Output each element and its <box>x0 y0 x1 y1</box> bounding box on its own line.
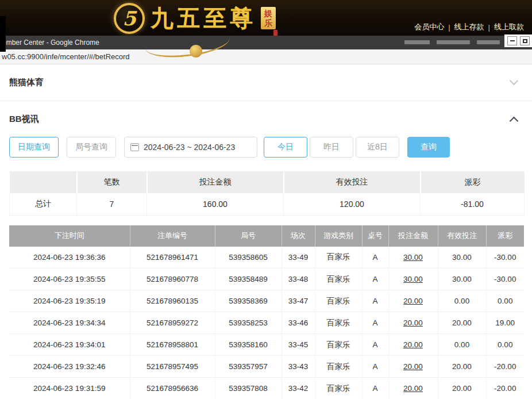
cell-payout: 0.00 <box>486 334 524 356</box>
yesterday-button[interactable]: 昨日 <box>310 137 353 158</box>
bet-record-table: 下注时间 注单编号 局号 场次 游戏类别 桌号 投注金额 有效投注 派彩 202… <box>9 225 524 399</box>
cell-payout: 19.00 <box>486 312 524 334</box>
chevron-down-icon[interactable] <box>510 76 519 86</box>
header-order-id: 注单编号 <box>130 225 215 247</box>
window-title: ember Center - Google Chrome <box>0 39 99 47</box>
summary-count-value: 7 <box>77 193 147 215</box>
cell-table_no: A <box>362 312 388 334</box>
header-bet-amount: 投注金额 <box>388 225 438 247</box>
cell-round: 539357808 <box>215 378 282 399</box>
cell-order: 521678961471 <box>130 247 215 268</box>
bet-table-body: 2024-06-23 19:36:36521678961471539358605… <box>9 247 524 399</box>
last-8-days-button[interactable]: 近8日 <box>356 137 399 158</box>
header-payout: 派彩 <box>486 225 524 247</box>
cell-table_no: A <box>362 356 388 378</box>
cell-bet[interactable]: 20.00 <box>388 290 438 312</box>
summary-header-valid: 有效投注 <box>284 171 421 193</box>
panda-sports-title: 熊猫体育 <box>9 77 44 88</box>
bet-table-header-row: 下注时间 注单编号 局号 场次 游戏类别 桌号 投注金额 有效投注 派彩 <box>9 225 524 247</box>
obscured-banner-text <box>404 40 500 44</box>
cell-round: 539358605 <box>215 247 282 268</box>
cell-time: 2024-06-23 19:31:59 <box>9 378 130 399</box>
date-query-button[interactable]: 日期查询 <box>9 137 59 158</box>
section-panda-sports[interactable]: 熊猫体育 <box>0 64 532 101</box>
cell-time: 2024-06-23 19:34:01 <box>9 334 130 356</box>
date-range-input[interactable]: 2024-06-23 ~ 2024-06-23 <box>124 137 257 158</box>
link-separator: | <box>448 23 450 32</box>
cell-session: 33-48 <box>282 268 315 290</box>
cell-valid: 0.00 <box>438 334 486 356</box>
table-row: 2024-06-23 19:34:34521678959272539358253… <box>9 312 524 334</box>
filter-toolbar: 日期查询 局号查询 2024-06-23 ~ 2024-06-23 今日 昨日 … <box>0 137 532 158</box>
chevron-up-icon[interactable] <box>510 116 519 125</box>
calendar-icon <box>130 143 139 151</box>
cell-order: 521678960778 <box>130 268 215 290</box>
window-controls <box>504 34 532 47</box>
cell-game: 百家乐 <box>315 268 362 290</box>
cell-round: 539358489 <box>215 268 282 290</box>
cell-payout: 0.00 <box>486 290 524 312</box>
section-bb-video[interactable]: BB视讯 <box>0 101 532 137</box>
summary-header-row: 笔数 投注金额 有效投注 派彩 <box>10 171 525 193</box>
search-button[interactable]: 查询 <box>407 137 450 158</box>
cell-session: 33-49 <box>282 247 315 268</box>
cell-round: 539358369 <box>215 290 282 312</box>
banner-nav: 会员中心 | 线上存款 | 线上取款 <box>414 22 524 32</box>
cell-table_no: A <box>362 290 388 312</box>
member-center-link[interactable]: 会员中心 <box>414 22 444 32</box>
cell-valid: 30.00 <box>438 268 486 290</box>
cell-session: 33-46 <box>282 312 315 334</box>
summary-valid-value: 120.00 <box>284 193 421 215</box>
cell-round: 539358160 <box>215 334 282 356</box>
maximize-button[interactable] <box>520 36 530 45</box>
cell-valid: 0.00 <box>438 290 486 312</box>
cell-bet[interactable]: 20.00 <box>388 334 438 356</box>
header-table-no: 桌号 <box>362 225 388 247</box>
cell-table_no: A <box>362 268 388 290</box>
link-separator: | <box>488 23 490 32</box>
cell-time: 2024-06-23 19:35:19 <box>9 290 130 312</box>
cell-session: 33-42 <box>282 378 315 399</box>
cell-bet[interactable]: 30.00 <box>388 247 438 268</box>
left-edge-strip <box>0 16 6 52</box>
header-session: 场次 <box>282 225 315 247</box>
cell-order: 521678960135 <box>130 290 215 312</box>
cell-game: 百家乐 <box>315 334 362 356</box>
online-deposit-link[interactable]: 线上存款 <box>454 22 484 32</box>
url-text: w05.cc:9900/infe/mcenter/#/betRecord <box>0 52 130 61</box>
cell-payout: -20.00 <box>486 356 524 378</box>
summary-header-payout: 派彩 <box>421 171 525 193</box>
table-row: 2024-06-23 19:35:19521678960135539358369… <box>9 290 524 312</box>
today-button[interactable]: 今日 <box>264 137 307 158</box>
table-row: 2024-06-23 19:34:01521678958801539358160… <box>9 334 524 356</box>
summary-header-bet: 投注金额 <box>147 171 284 193</box>
cell-session: 33-45 <box>282 334 315 356</box>
chrome-urlbar[interactable]: w05.cc:9900/infe/mcenter/#/betRecord <box>0 49 532 64</box>
summary-payout-value: -81.00 <box>421 193 525 215</box>
bb-video-title: BB视讯 <box>9 114 39 125</box>
minimize-button[interactable] <box>507 36 517 45</box>
summary-total-row: 总计 7 160.00 120.00 -81.00 <box>10 193 525 215</box>
bet-record-page: 熊猫体育 BB视讯 日期查询 局号查询 2024-06-23 ~ 2024-06… <box>0 64 532 399</box>
summary-total-label: 总计 <box>10 193 77 215</box>
cell-time: 2024-06-23 19:36:36 <box>9 247 130 268</box>
round-query-button[interactable]: 局号查询 <box>67 137 116 158</box>
cell-bet[interactable]: 30.00 <box>388 268 438 290</box>
cell-order: 521678958801 <box>130 334 215 356</box>
summary-bet-value: 160.00 <box>147 193 284 215</box>
cell-game: 百家乐 <box>315 290 362 312</box>
cell-bet[interactable]: 20.00 <box>388 356 438 378</box>
cell-order: 521678959272 <box>130 312 215 334</box>
minimize-icon <box>510 40 515 41</box>
screen: 5 九五至尊 娱乐 会员中心 | 线上存款 | 线上取款 ember Cente… <box>0 0 532 399</box>
table-row: 2024-06-23 19:35:55521678960778539358489… <box>9 268 524 290</box>
online-withdrawal-link[interactable]: 线上取款 <box>494 22 524 32</box>
site-logo: 5 九五至尊 娱乐 <box>114 2 276 34</box>
cell-bet[interactable]: 20.00 <box>388 312 438 334</box>
cell-order: 521678956636 <box>130 378 215 399</box>
cell-bet[interactable]: 20.00 <box>388 378 438 399</box>
cell-time: 2024-06-23 19:34:34 <box>9 312 130 334</box>
header-round-id: 局号 <box>215 225 282 247</box>
cell-payout: -30.00 <box>486 268 524 290</box>
summary-table: 笔数 投注金额 有效投注 派彩 总计 7 160.00 120.00 -81.0… <box>9 171 525 216</box>
